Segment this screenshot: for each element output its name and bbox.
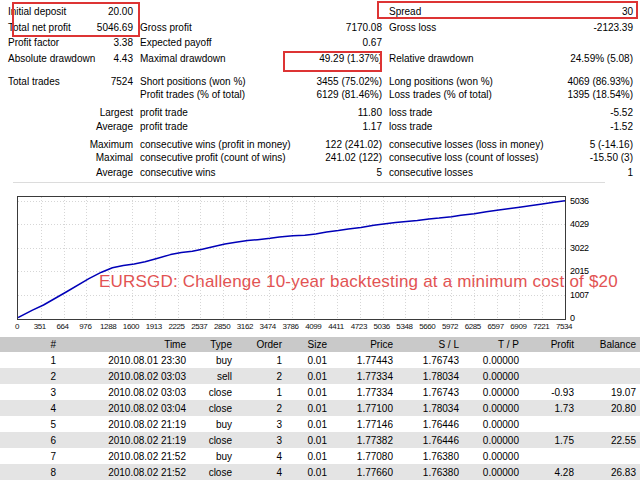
table-cell: 2010.08.01 23:30 (60, 352, 190, 368)
table-cell: 0.01 (286, 384, 331, 400)
chart-top-divider (13, 182, 605, 183)
table-cell: 4 (0, 400, 60, 416)
table-cell: 1.77100 (331, 400, 397, 416)
table-cell: 3 (0, 384, 60, 400)
table-cell: close (190, 464, 236, 480)
table-cell: 0.00000 (463, 416, 523, 432)
table-cell (523, 448, 578, 464)
table-cell: 1.76743 (397, 384, 463, 400)
table-cell: 0.01 (286, 464, 331, 480)
table-cell: buy (190, 352, 236, 368)
y-axis-tick-label: 4029 (570, 219, 604, 229)
table-cell (578, 448, 640, 464)
column-header: Price (331, 337, 397, 352)
table-cell: 4 (236, 464, 286, 480)
table-cell: 1.76446 (397, 432, 463, 448)
table-cell: 0.01 (286, 432, 331, 448)
table-cell: buy (190, 448, 236, 464)
stat-value: 4069 (86.93%) (389, 75, 633, 89)
stat-value: 7170.08 (140, 21, 382, 35)
stat-value: -15.50 (3) (389, 151, 633, 165)
stat-value: 3455 (75.02%) (140, 75, 382, 89)
table-cell (578, 368, 640, 384)
table-cell: 2010.08.02 03:03 (60, 384, 190, 400)
stat-value: 122 (241.02) (140, 138, 382, 152)
column-header: T / P (463, 337, 523, 352)
table-cell: 22.55 (578, 432, 640, 448)
backtest-report: Initial deposit20.00Spread30Total net pr… (0, 0, 640, 480)
table-cell: 0.00000 (463, 368, 523, 384)
chart-caption: Balance / Equity / Every tick (the most … (15, 184, 575, 195)
highlight-box-spread (377, 1, 638, 19)
table-cell: 1.73 (523, 400, 578, 416)
stat-value: 6129 (81.46%) (140, 88, 382, 102)
table-cell: 2010.08.02 03:04 (60, 400, 190, 416)
table-cell: 26.83 (578, 464, 640, 480)
table-cell: -0.93 (523, 384, 578, 400)
table-cell: 8 (0, 464, 60, 480)
table-cell: 2010.08.02 21:19 (60, 432, 190, 448)
table-header-row: #TimeTypeOrderSizePriceS / LT / PProfitB… (0, 337, 640, 352)
stat-value (140, 5, 382, 19)
stat-value: 4.43 (8, 52, 133, 66)
stat-value: Largest (8, 106, 133, 120)
table-cell: 1.77334 (331, 384, 397, 400)
stat-value: 5 (-14.16) (389, 138, 633, 152)
balance-curve-svg (18, 197, 565, 319)
table-cell: 1.77443 (331, 352, 397, 368)
stat-value: 1 (389, 166, 633, 180)
table-cell: 0.01 (286, 368, 331, 384)
stat-value: 24.59% (5.08) (389, 52, 633, 66)
table-cell (578, 352, 640, 368)
table-cell: 1.77382 (331, 432, 397, 448)
summary-row: Averageconsecutive wins5consecutive loss… (0, 166, 640, 180)
table-cell: 1.75 (523, 432, 578, 448)
table-cell: 2 (236, 368, 286, 384)
summary-row: Averageprofit trade1.17loss trade-1.52 (0, 120, 640, 134)
table-cell: 6 (0, 432, 60, 448)
table-row: 62010.08.02 21:19close30.011.773821.7644… (0, 432, 640, 448)
table-row: 22010.08.02 03:03sell20.011.773341.78034… (0, 368, 640, 384)
table-cell: 19.07 (578, 384, 640, 400)
table-row: 72010.08.02 21:52buy40.011.770801.763800… (0, 448, 640, 464)
trades-table: #TimeTypeOrderSizePriceS / LT / PProfitB… (0, 337, 640, 480)
stat-value: Average (8, 120, 133, 134)
table-cell (523, 352, 578, 368)
table-cell: 1.76446 (397, 416, 463, 432)
table-cell: 0.01 (286, 448, 331, 464)
table-cell: 1 (236, 384, 286, 400)
y-axis-tick-label: 5036 (570, 196, 604, 206)
stat-value: -1.52 (389, 120, 633, 134)
table-cell: 2010.08.02 21:19 (60, 416, 190, 432)
stat-value: -2123.39 (389, 21, 633, 35)
stat-value: -5.52 (389, 106, 633, 120)
table-cell: 0.00000 (463, 352, 523, 368)
table-row: 52010.08.02 21:19buy30.011.771461.764460… (0, 416, 640, 432)
table-cell: 2010.08.02 03:03 (60, 368, 190, 384)
summary-row: Maximumconsecutive wins (profit in money… (0, 138, 640, 152)
table-cell: 3 (236, 432, 286, 448)
stat-value: 7524 (8, 75, 133, 89)
stat-value: 3.38 (8, 36, 133, 50)
highlight-box-initial-deposit (12, 2, 140, 37)
table-cell: close (190, 400, 236, 416)
table-cell: 2 (0, 368, 60, 384)
table-cell: 1.77660 (331, 464, 397, 480)
table-cell: 2010.08.02 21:52 (60, 448, 190, 464)
summary-row: Maximalconsecutive profit (count of wins… (0, 151, 640, 165)
table-cell: sell (190, 368, 236, 384)
y-axis-tick-label: 3022 (570, 243, 604, 253)
column-header: Type (190, 337, 236, 352)
column-header: Time (60, 337, 190, 352)
table-cell: 0.01 (286, 416, 331, 432)
column-header: Profit (523, 337, 578, 352)
table-cell: 1.76743 (397, 352, 463, 368)
table-cell: 1.77080 (331, 448, 397, 464)
table-cell: 3 (236, 416, 286, 432)
column-header: Size (286, 337, 331, 352)
summary-row: Largestprofit trade11.80loss trade-5.52 (0, 106, 640, 120)
stat-value (389, 36, 633, 50)
table-cell: 0.01 (286, 352, 331, 368)
table-cell: buy (190, 416, 236, 432)
stat-value: 1395 (18.54%) (389, 88, 633, 102)
